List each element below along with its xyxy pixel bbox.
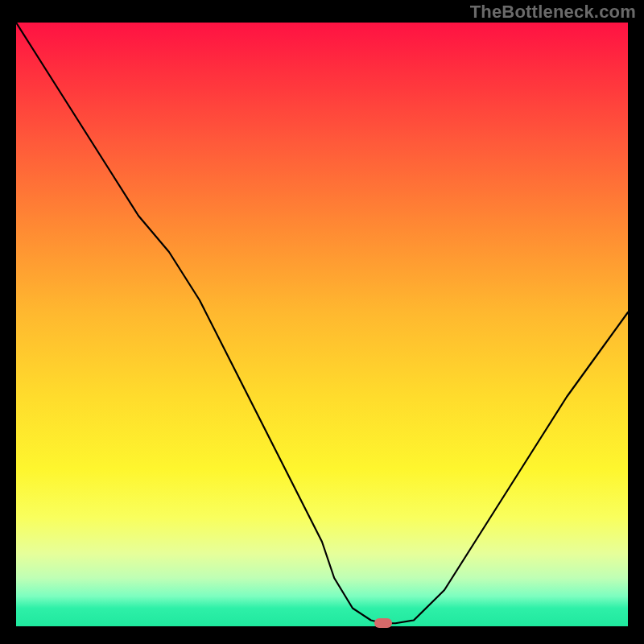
- plot-area: [16, 23, 628, 626]
- curve-svg: [16, 23, 628, 626]
- watermark-text: TheBottleneck.com: [470, 2, 636, 23]
- optimum-marker: [374, 618, 392, 628]
- bottleneck-curve: [16, 23, 628, 623]
- chart-container: TheBottleneck.com: [0, 0, 644, 644]
